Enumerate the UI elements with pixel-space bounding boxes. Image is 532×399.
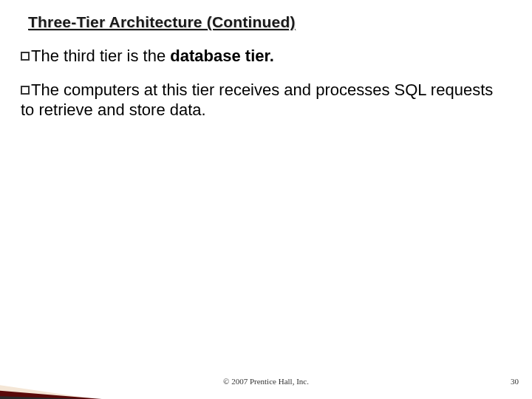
page-number: 30 [511, 377, 519, 386]
bullet-text: The computers at this tier receives and … [21, 81, 493, 120]
bullet-text-strong: database tier. [170, 47, 274, 65]
bullet-item: The computers at this tier receives and … [21, 80, 502, 120]
bullet-item: The third tier is the database tier. [21, 46, 502, 66]
slide-body: The third tier is the database tier. The… [21, 46, 502, 134]
svg-marker-2 [0, 396, 134, 399]
slide-title: Three-Tier Architecture (Continued) [28, 13, 296, 31]
svg-marker-0 [0, 384, 105, 399]
footer-copyright: © 2007 Prentice Hall, Inc. [0, 377, 532, 386]
svg-marker-1 [0, 390, 120, 399]
bullet-marker-icon [21, 86, 30, 95]
bullet-text-pre: The third tier is the [31, 47, 170, 65]
bullet-marker-icon [21, 52, 30, 61]
slide: Three-Tier Architecture (Continued) The … [0, 0, 532, 399]
